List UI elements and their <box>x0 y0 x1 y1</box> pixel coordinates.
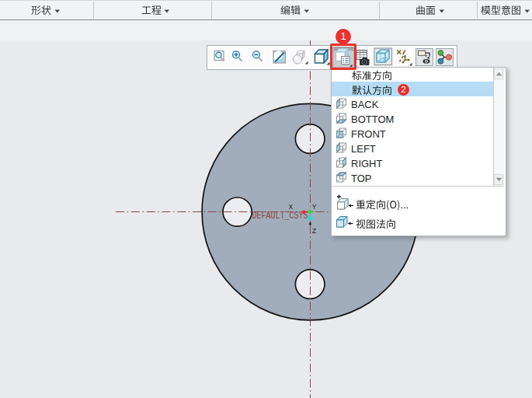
svg-text:Z: Z <box>312 227 316 235</box>
svg-text:X: X <box>289 203 294 211</box>
svg-text:Y: Y <box>312 203 317 211</box>
svg-text:DEFAULT_CSYS: DEFAULT_CSYS <box>252 211 308 222</box>
